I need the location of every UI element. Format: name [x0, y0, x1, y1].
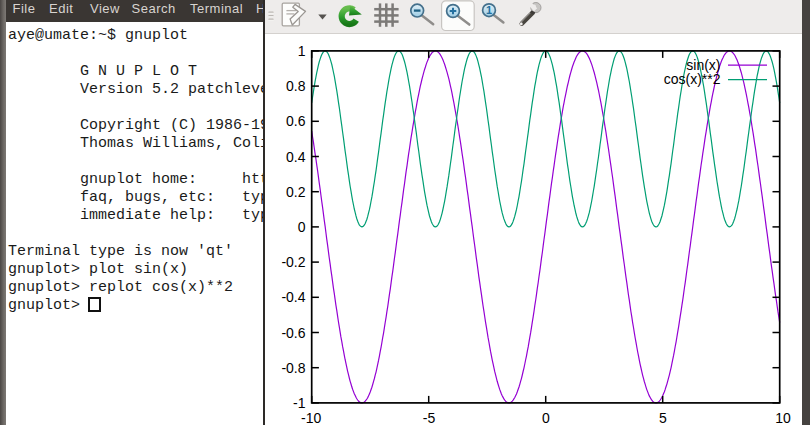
- svg-text:-0.4: -0.4: [281, 289, 305, 305]
- svg-text:1: 1: [298, 43, 306, 59]
- svg-text:1: 1: [486, 4, 492, 16]
- svg-text:0: 0: [298, 219, 306, 235]
- svg-text:0.4: 0.4: [286, 149, 306, 165]
- svg-text:-0.8: -0.8: [281, 360, 305, 376]
- svg-text:-0.6: -0.6: [281, 325, 305, 341]
- svg-text:5: 5: [659, 410, 667, 425]
- svg-text:-10: -10: [301, 410, 321, 425]
- svg-text:-1: -1: [293, 395, 306, 411]
- svg-text:0.2: 0.2: [286, 184, 306, 200]
- svg-text:0.8: 0.8: [286, 78, 306, 94]
- svg-text:cos(x)**2: cos(x)**2: [664, 71, 721, 87]
- svg-text:0.6: 0.6: [286, 113, 306, 129]
- svg-text:0: 0: [542, 410, 550, 425]
- svg-text:-0.2: -0.2: [281, 254, 305, 270]
- svg-text:-5: -5: [423, 410, 436, 425]
- svg-text:10: 10: [775, 410, 791, 425]
